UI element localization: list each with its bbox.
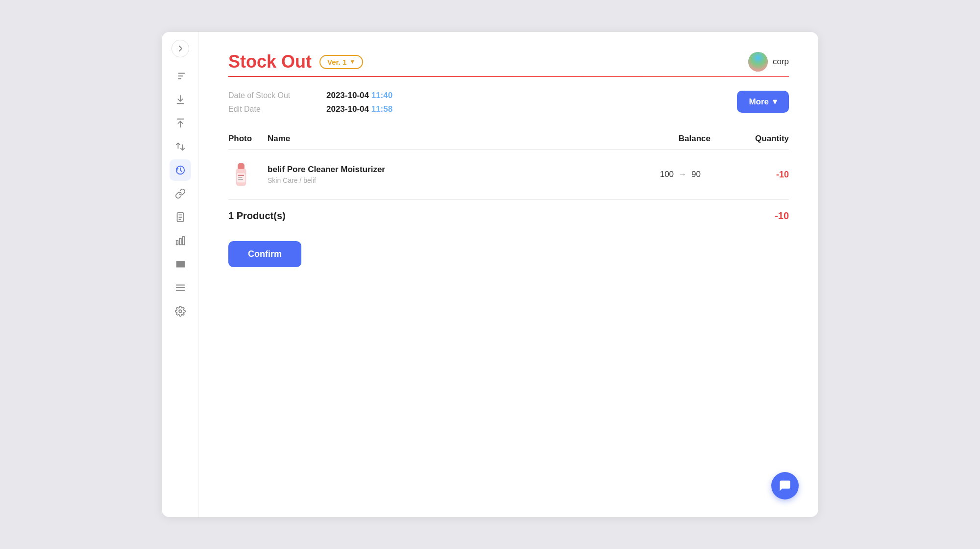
date-of-stock-out: Date of Stock Out 2023-10-04 11:40 (228, 91, 392, 100)
sidebar-item-chart[interactable] (170, 230, 191, 251)
meta-section: Date of Stock Out 2023-10-04 11:40 Edit … (228, 91, 789, 114)
sidebar-item-barcode[interactable] (170, 253, 191, 275)
svg-point-5 (748, 52, 768, 72)
product-category: Skin Care / belif (268, 176, 612, 184)
col-quantity: Quantity (710, 134, 789, 144)
svg-rect-11 (238, 177, 243, 178)
page-title: Stock Out (228, 51, 312, 72)
table-row: belif Pore Cleaner Moisturizer Skin Care… (228, 150, 789, 200)
table-header: Photo Name Balance Quantity (228, 130, 789, 150)
sidebar-item-transfer[interactable] (170, 136, 191, 157)
product-info: belif Pore Cleaner Moisturizer Skin Care… (268, 165, 612, 184)
avatar (748, 52, 768, 72)
product-image-cell (228, 160, 268, 189)
product-image (228, 160, 254, 189)
col-balance: Balance (612, 134, 710, 144)
arrow-right-icon: → (679, 170, 686, 179)
chevron-down-icon: ▼ (349, 58, 355, 65)
sidebar-item-history[interactable] (170, 159, 191, 181)
meta-fields: Date of Stock Out 2023-10-04 11:40 Edit … (228, 91, 392, 114)
header-divider (228, 76, 789, 77)
sidebar-item-list[interactable] (170, 277, 191, 299)
header-left: Stock Out Ver. 1 ▼ (228, 51, 363, 72)
sidebar-item-document[interactable] (170, 206, 191, 228)
edit-date: Edit Date 2023-10-04 11:58 (228, 104, 392, 114)
col-name: Name (268, 134, 612, 144)
chevron-down-icon: ▾ (773, 97, 777, 107)
date-of-stock-out-label: Date of Stock Out (228, 91, 326, 100)
svg-rect-10 (238, 175, 244, 176)
summary-label: 1 Product(s) (228, 210, 286, 222)
page-header: Stock Out Ver. 1 ▼ (228, 51, 789, 72)
summary-row: 1 Product(s) -10 (228, 200, 789, 222)
user-name: corp (773, 57, 789, 67)
svg-rect-3 (182, 237, 184, 245)
sidebar (162, 32, 199, 517)
edit-date-value: 2023-10-04 11:58 (326, 104, 392, 114)
balance-cell: 100 → 90 (612, 170, 710, 179)
product-name: belif Pore Cleaner Moisturizer (268, 165, 612, 175)
svg-rect-2 (179, 238, 181, 245)
version-badge[interactable]: Ver. 1 ▼ (319, 55, 363, 69)
edit-date-label: Edit Date (228, 105, 326, 114)
svg-rect-12 (238, 179, 243, 180)
chat-button[interactable] (771, 472, 799, 499)
col-photo: Photo (228, 134, 268, 144)
sidebar-toggle[interactable] (172, 40, 189, 57)
sidebar-item-link[interactable] (170, 183, 191, 204)
sidebar-item-settings[interactable] (170, 300, 191, 322)
main-content: Stock Out Ver. 1 ▼ (199, 32, 818, 517)
summary-total: -10 (775, 210, 789, 222)
header-right: corp (748, 52, 789, 72)
sidebar-item-sort[interactable] (170, 65, 191, 87)
more-button[interactable]: More ▾ (737, 91, 789, 113)
svg-rect-1 (176, 241, 178, 245)
sidebar-item-upload[interactable] (170, 112, 191, 134)
balance-to: 90 (691, 170, 701, 179)
version-label: Ver. 1 (327, 58, 346, 66)
quantity-cell: -10 (710, 170, 789, 180)
svg-point-4 (179, 310, 182, 313)
balance-from: 100 (660, 170, 674, 179)
sidebar-item-download[interactable] (170, 89, 191, 110)
date-of-stock-out-value: 2023-10-04 11:40 (326, 91, 392, 100)
confirm-button[interactable]: Confirm (228, 241, 301, 267)
svg-rect-8 (239, 163, 244, 165)
